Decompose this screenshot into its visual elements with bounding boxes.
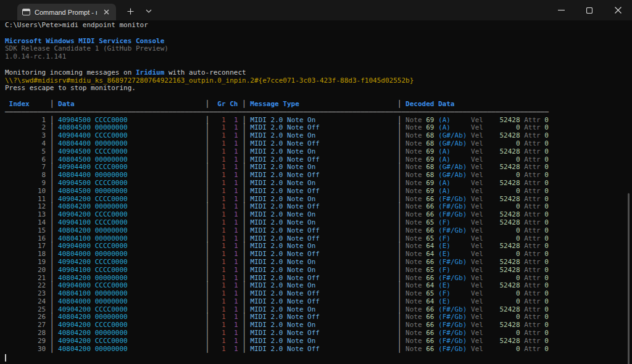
note-label: Note [405,250,426,258]
data-words: 40904500 CCCC0000 [58,179,205,187]
column-separator: │ [206,171,214,179]
data-words: 40804200 00000000 [58,274,205,282]
note-label: Note [405,171,426,179]
group-value: 1 [214,171,226,179]
row-index: 3 [5,131,46,139]
attribute-label: Attr [520,139,545,147]
note-name: (F#/Gb) [438,226,471,234]
data-words: 40904400 CCCC0000 [58,163,205,171]
velocity-label: Vel [471,218,483,226]
attribute-label: Attr [520,305,545,313]
column-separator: │ [238,258,251,266]
channel-value: 1 [226,163,238,171]
velocity-label: Vel [471,289,483,297]
column-separator: │ [206,131,214,139]
row-index: 9 [5,179,46,187]
minimize-button[interactable] [547,0,575,20]
note-label: Note [405,313,426,321]
attribute-label: Attr [520,258,545,266]
velocity-value: 0 [483,202,520,210]
velocity-value: 0 [483,139,520,147]
note-name: (F#/Gb) [438,195,471,203]
attribute-label: Attr [520,131,545,139]
vertical-scrollbar[interactable] [628,193,630,364]
column-separator: │ [397,266,405,274]
note-label: Note [405,155,426,163]
tab-close-icon[interactable] [101,7,111,17]
column-separator: │ [206,116,214,124]
velocity-label: Vel [471,345,483,353]
velocity-label: Vel [471,147,483,155]
data-words: 40804200 00000000 [58,202,205,210]
channel-value: 1 [226,131,238,139]
column-separator: │ [46,329,58,337]
row-index: 2 [5,123,46,131]
note-number: 64 [426,297,434,305]
attribute-label: Attr [520,187,545,195]
column-separator: │ [238,179,251,187]
attribute-value: 0 [544,139,549,147]
data-words: 40904100 CCCC0000 [58,266,205,274]
column-separator: │ [46,345,58,353]
sdk-release-line: SDK Release Candidate 1 (GitHub Preview) [5,45,632,53]
tab-dropdown-button[interactable] [141,4,157,19]
plus-icon [127,8,134,15]
channel-value: 1 [226,123,238,131]
attribute-value: 0 [544,281,549,289]
velocity-label: Vel [471,171,483,179]
data-words: 40804100 00000000 [58,289,205,297]
column-separator: │ [206,155,214,163]
note-number: 69 [426,155,434,163]
note-name: (A) [438,187,471,195]
column-separator: │ [206,147,214,155]
note-number: 65 [426,289,434,297]
note-name: (F#/Gb) [438,329,471,337]
attribute-value: 0 [544,234,549,242]
note-label: Note [405,321,426,329]
column-separator: │ [46,179,58,187]
attribute-label: Attr [520,266,545,274]
velocity-value: 0 [483,155,520,163]
tab-command-prompt[interactable]: Command Prompt - midi end [17,4,116,20]
minimize-icon [558,7,565,14]
velocity-label: Vel [471,116,483,124]
attribute-value: 0 [544,289,549,297]
column-separator: │ [238,195,251,203]
note-label: Note [405,281,426,289]
note-number: 66 [426,345,434,353]
row-index: 8 [5,171,46,179]
attribute-value: 0 [544,163,549,171]
column-separator: │ [46,266,58,274]
column-separator: │ [206,337,214,345]
note-label: Note [405,329,426,337]
row-index: 27 [5,321,46,329]
column-separator: │ [397,218,405,226]
new-tab-button[interactable] [122,4,138,19]
velocity-value: 52428 [483,242,520,250]
column-separator: │ [46,202,58,210]
note-label: Note [405,337,426,345]
velocity-value: 0 [483,289,520,297]
attribute-label: Attr [520,116,545,124]
data-words: 40904000 CCCC0000 [58,281,205,289]
channel-value: 1 [226,258,238,266]
close-button[interactable] [604,0,632,20]
velocity-value: 52428 [483,116,520,124]
note-label: Note [405,234,426,242]
tab-title: Command Prompt - midi end [35,9,97,16]
column-separator: │ [397,329,405,337]
maximize-button[interactable] [575,0,604,20]
column-separator: │ [46,155,58,163]
note-number: 69 [426,187,434,195]
row-index: 25 [5,305,46,313]
message-type: MIDI 2.0 Note On [250,281,397,289]
velocity-label: Vel [471,242,483,250]
attribute-label: Attr [520,163,545,171]
column-separator: │ [238,289,251,297]
column-separator: │ [397,147,405,155]
velocity-value: 52428 [483,147,520,155]
column-separator: │ [46,226,58,234]
attribute-label: Attr [520,289,545,297]
column-separator: │ [46,250,58,258]
attribute-value: 0 [544,123,549,131]
